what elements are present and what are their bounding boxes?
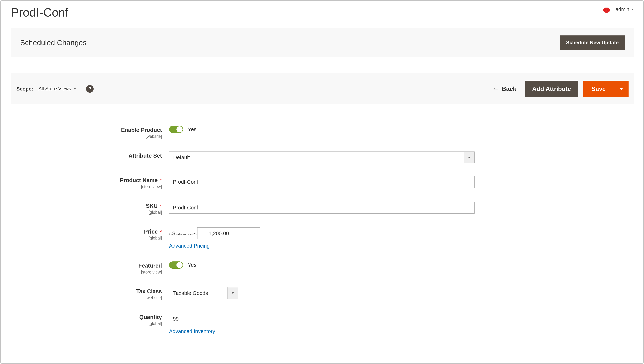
add-attribute-button[interactable]: Add Attribute [526, 81, 578, 97]
page-title: ProdI-Conf [11, 7, 68, 18]
input-sku[interactable] [169, 202, 474, 214]
top-bar-right: 39 admin [599, 7, 634, 12]
scope-tax-class: [website] [11, 295, 162, 300]
label-price: Price [144, 229, 158, 235]
app-frame: ProdI-Conf 39 admin Scheduled Changes Sc… [0, 1, 644, 363]
user-name: admin [616, 7, 629, 12]
link-advanced-inventory[interactable]: Advanced Inventory [169, 328, 215, 334]
select-attribute-set-value: Default [169, 151, 464, 163]
notification-badge: 39 [603, 8, 610, 13]
select-tax-class-value: Taxable Goods [169, 287, 228, 299]
label-quantity: Quantity [11, 314, 162, 320]
input-price[interactable] [197, 227, 260, 239]
row-attribute-set: Attribute Set Default [11, 151, 634, 163]
label-tax-class: Tax Class [11, 288, 162, 295]
back-label: Back [502, 85, 516, 92]
scope-right: ← Back Add Attribute Save [492, 81, 628, 97]
top-bar: ProdI-Conf 39 admin [11, 1, 634, 21]
save-split-button: Save [583, 81, 628, 97]
product-form: Enable Product [website] Yes Attribute S… [11, 126, 634, 334]
input-quantity[interactable] [169, 313, 232, 325]
save-button[interactable]: Save [583, 81, 614, 97]
currency-symbol: $ [172, 231, 175, 236]
label-attribute-set: Attribute Set [11, 152, 162, 159]
row-tax-class: Tax Class [website] Taxable Goods [11, 287, 634, 300]
label-product-name: Product Name [120, 177, 158, 183]
scope-product-name: [store view] [11, 184, 162, 189]
row-sku: SKU * [global] [11, 202, 634, 215]
scope-featured: [store view] [11, 270, 162, 275]
toggle-value-featured: Yes [188, 262, 196, 268]
scope-quantity: [global] [11, 321, 162, 326]
row-featured: Featured [store view] Yes [11, 261, 634, 275]
required-star: * [160, 203, 162, 209]
label-enable-product: Enable Product [11, 127, 162, 133]
select-tax-class[interactable]: Taxable Goods [169, 287, 238, 299]
save-dropdown-button[interactable] [614, 81, 628, 97]
row-price: Price * [global] transborder tax default… [11, 227, 634, 249]
back-button[interactable]: ← Back [492, 85, 516, 92]
select-tax-class-caret[interactable] [228, 287, 238, 299]
input-product-name[interactable] [169, 176, 474, 188]
chevron-down-icon [620, 88, 623, 90]
chevron-down-icon [632, 9, 634, 10]
select-attribute-set-caret[interactable] [464, 151, 474, 163]
scope-enable-product: [website] [11, 134, 162, 139]
help-icon[interactable]: ? [86, 85, 94, 93]
required-star: * [160, 177, 162, 183]
schedule-new-update-button[interactable]: Schedule New Update [560, 36, 625, 50]
scheduled-changes-title: Scheduled Changes [20, 39, 86, 47]
user-menu[interactable]: admin [614, 7, 634, 12]
scope-action-bar: Scope: All Store Views ? ← Back Add Attr… [11, 73, 634, 104]
chevron-down-icon [232, 292, 234, 294]
link-advanced-pricing[interactable]: Advanced Pricing [169, 243, 210, 249]
row-quantity: Quantity [global] Advanced Inventory [11, 313, 634, 334]
scope-select[interactable]: All Store Views [38, 86, 76, 92]
scope-select-value: All Store Views [38, 86, 71, 92]
scope-left: Scope: All Store Views ? [16, 85, 94, 93]
chevron-down-icon [74, 88, 76, 90]
row-product-name: Product Name * [store view] [11, 176, 634, 189]
scope-sku: [global] [11, 210, 162, 215]
row-enable-product: Enable Product [website] Yes [11, 126, 634, 139]
scope-price: [global] [11, 236, 162, 241]
select-attribute-set[interactable]: Default [169, 151, 474, 163]
required-star: * [160, 229, 162, 235]
toggle-enable-product[interactable] [169, 126, 183, 133]
scope-label: Scope: [16, 86, 33, 92]
chevron-down-icon [468, 157, 470, 158]
toggle-value-enable-product: Yes [188, 126, 196, 132]
scheduled-changes-panel: Scheduled Changes Schedule New Update [11, 28, 634, 57]
label-featured: Featured [11, 263, 162, 269]
arrow-left-icon: ← [492, 85, 499, 92]
label-sku: SKU [146, 203, 158, 209]
toggle-featured[interactable] [169, 261, 183, 269]
